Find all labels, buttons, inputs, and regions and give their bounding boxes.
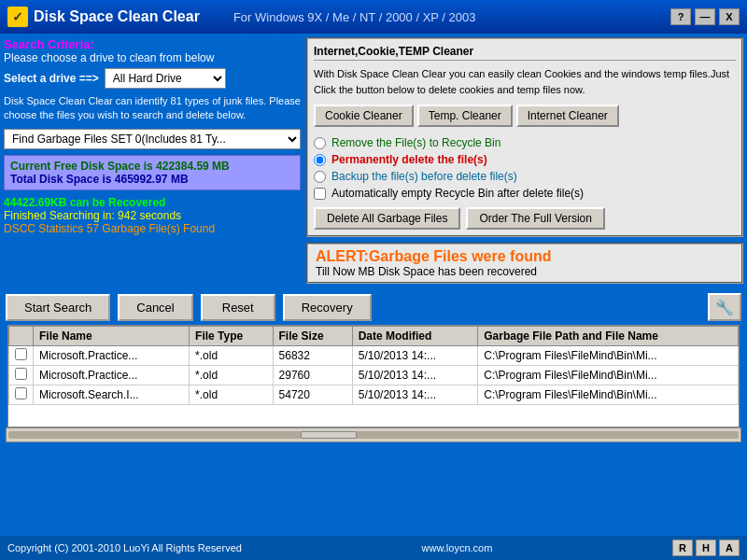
alert-garbage-text: ALERT:Garbage Files were found: [316, 248, 734, 265]
title-bar: ✓ Disk Space Clean Clear For Windows 9X …: [0, 0, 747, 34]
alert-sub-text: Till Now MB Disk Space has been recovere…: [316, 265, 734, 278]
stats-area: 44422.69KB can be Recovered Finished Sea…: [4, 196, 301, 235]
footer-a-button[interactable]: A: [719, 539, 740, 556]
table-row: Microsoft.Practice... *.old 29760 5/10/2…: [9, 366, 739, 385]
app-title: Disk Space Clean Clear: [34, 8, 200, 25]
right-panel: Internet,Cookie,TEMP Cleaner With Disk S…: [306, 37, 743, 284]
cookie-cleaner-button[interactable]: Cookie Cleaner: [314, 105, 414, 127]
footer: Copyright (C) 2001-2010 LuoYi All Rights…: [0, 536, 747, 560]
total-space-text: Total Disk Space is 465992.97 MB: [10, 173, 294, 186]
footer-h-button[interactable]: H: [696, 539, 716, 556]
internet-cleaner-button[interactable]: Internet Cleaner: [516, 105, 619, 127]
search-criteria-header: Search Criteria:: [4, 37, 301, 51]
app-wrapper: ✓ Disk Space Clean Clear For Windows 9X …: [0, 0, 747, 560]
col-filename: File Name: [34, 327, 190, 346]
help-button[interactable]: ?: [670, 8, 691, 25]
dscc-stats-text: DSCC Statistics 57 Garbage File(s) Found: [4, 222, 301, 235]
drive-select[interactable]: All Hard Drive: [105, 68, 226, 89]
close-button[interactable]: X: [719, 8, 740, 25]
copyright-text: Copyright (C) 2001-2010 LuoYi All Rights…: [7, 542, 242, 553]
row-checkbox-cell[interactable]: [9, 346, 34, 366]
row-checkbox-cell[interactable]: [9, 366, 34, 385]
row-filepath: C:\Program Files\FileMind\Bin\Mi...: [478, 366, 739, 385]
footer-r-button[interactable]: R: [672, 539, 693, 556]
row-checkbox[interactable]: [15, 368, 27, 380]
desc-text: Disk Space Clean Clear can identify 81 t…: [4, 94, 301, 123]
minimize-button[interactable]: —: [695, 8, 715, 25]
temp-cleaner-button[interactable]: Temp. Cleaner: [417, 105, 513, 127]
row-datemodified: 5/10/2013 14:...: [352, 346, 478, 366]
col-filesize: File Size: [273, 327, 352, 346]
drive-label: Select a drive ==>: [4, 72, 99, 85]
row-filename: Microsoft.Search.I...: [34, 385, 190, 405]
right-panel-title: Internet,Cookie,TEMP Cleaner: [314, 45, 736, 61]
row-filename: Microsoft.Practice...: [34, 366, 190, 385]
website-text: www.loycn.com: [422, 542, 493, 553]
table-row: Microsoft.Search.I... *.old 54720 5/10/2…: [9, 385, 739, 405]
internet-cleaner-box: Internet,Cookie,TEMP Cleaner With Disk S…: [306, 37, 743, 237]
auto-empty-recycle-checkbox[interactable]: Automatically empty Recycle Bin after de…: [314, 187, 736, 200]
choose-drive-text: Please choose a drive to clean from belo…: [4, 51, 301, 64]
reset-button[interactable]: Reset: [201, 294, 275, 321]
row-filepath: C:\Program Files\FileMind\Bin\Mi...: [478, 385, 739, 405]
window-controls: ? — X: [670, 8, 740, 25]
free-space-text: Current Free Disk Space is 422384.59 MB: [10, 160, 294, 173]
table-header-row: File Name File Type File Size Date Modif…: [9, 327, 739, 346]
row-checkbox-cell[interactable]: [9, 385, 34, 405]
file-table-wrapper: File Name File Type File Size Date Modif…: [7, 325, 740, 427]
center-section: Search Criteria: Please choose a drive t…: [0, 34, 747, 536]
app-subtitle: For Windows 9X / Me / NT / 2000 / XP / 2…: [233, 10, 476, 24]
row-filetype: *.old: [190, 346, 273, 366]
row-filetype: *.old: [190, 366, 273, 385]
recovery-icon-button[interactable]: 🔧: [708, 293, 741, 321]
row-filesize: 56832: [273, 346, 352, 366]
row-checkbox[interactable]: [15, 348, 27, 360]
app-icon: ✓: [7, 7, 28, 27]
scroll-thumb[interactable]: [301, 431, 357, 439]
radio-permanent-delete[interactable]: Permanently delete the file(s): [314, 153, 736, 166]
col-filepath: Garbage File Path and File Name: [478, 327, 739, 346]
table-row: Microsoft.Practice... *.old 56832 5/10/2…: [9, 346, 739, 366]
table-body: Microsoft.Practice... *.old 56832 5/10/2…: [9, 346, 739, 405]
find-select[interactable]: Find Garbage Files SET 0(Includes 81 Ty.…: [4, 129, 301, 149]
horizontal-scrollbar[interactable]: [6, 427, 741, 442]
file-table: File Name File Type File Size Date Modif…: [8, 326, 739, 405]
row-datemodified: 5/10/2013 14:...: [352, 385, 478, 405]
radio-recycle-bin[interactable]: Remove the File(s) to Recycle Bin: [314, 136, 736, 149]
radio-backup[interactable]: Backup the file(s) before delete file(s): [314, 170, 736, 183]
row-checkbox[interactable]: [15, 387, 27, 399]
recovery-button[interactable]: Recovery: [283, 294, 372, 321]
row-filesize: 29760: [273, 366, 352, 385]
order-full-version-button[interactable]: Order The Full Version: [466, 207, 605, 230]
delete-all-garbage-button[interactable]: Delete All Garbage Files: [314, 207, 460, 230]
row-filename: Microsoft.Practice...: [34, 346, 190, 366]
col-filetype: File Type: [190, 327, 273, 346]
row-filesize: 54720: [273, 385, 352, 405]
footer-buttons: R H A: [672, 539, 740, 556]
start-search-button[interactable]: Start Search: [6, 294, 110, 321]
row-datemodified: 5/10/2013 14:...: [352, 366, 478, 385]
col-datemodified: Date Modified: [352, 327, 478, 346]
cancel-button[interactable]: Cancel: [118, 294, 192, 321]
top-panels: Search Criteria: Please choose a drive t…: [4, 37, 743, 284]
col-checkbox: [9, 327, 34, 346]
finished-text: Finished Searching in: 942 seconds: [4, 209, 301, 222]
recovered-text: 44422.69KB can be Recovered: [4, 196, 301, 209]
title-bar-left: ✓ Disk Space Clean Clear For Windows 9X …: [7, 7, 476, 27]
right-panel-desc: With Disk Space Clean Clear you can easi…: [314, 66, 736, 97]
row-filetype: *.old: [190, 385, 273, 405]
delete-order-row: Delete All Garbage Files Order The Full …: [314, 207, 736, 230]
row-filepath: C:\Program Files\FileMind\Bin\Mi...: [478, 346, 739, 366]
alert-box: ALERT:Garbage Files were found Till Now …: [306, 243, 743, 284]
action-buttons-row: Start Search Cancel Reset Recovery 🔧: [4, 289, 743, 325]
left-panel: Search Criteria: Please choose a drive t…: [4, 37, 301, 284]
